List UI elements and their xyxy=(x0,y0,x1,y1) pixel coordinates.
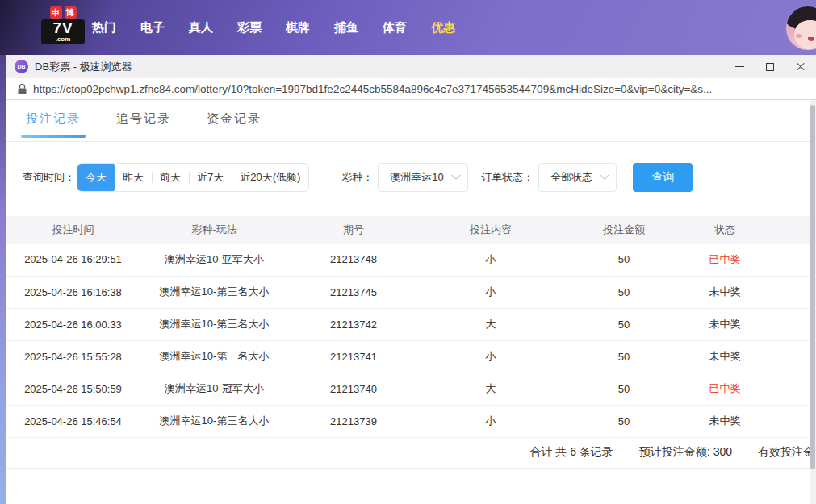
tab[interactable]: 追号记录 xyxy=(116,111,171,141)
summary-total-records: 合计 共 6 条记录 xyxy=(529,445,613,460)
time-range-option[interactable]: 前天 xyxy=(152,163,189,192)
time-range-group: 今天 昨天 前天 近7天 近20天(低频) xyxy=(77,163,309,192)
cell-bet-amount: 50 xyxy=(563,244,684,276)
cell-lottery-play: 澳洲幸运10-亚军大小 xyxy=(140,244,289,276)
cell-bet-time: 2025-04-26 15:50:59 xyxy=(6,373,140,405)
time-range-option[interactable]: 今天 xyxy=(77,163,115,192)
lottery-select[interactable]: 澳洲幸运10 xyxy=(378,163,468,192)
order-status-label: 订单状态： xyxy=(481,170,534,185)
close-button[interactable] xyxy=(785,55,816,78)
cell-issue-number: 21213742 xyxy=(289,308,418,340)
record-tabs: 投注记录 追号记录 资金记录 xyxy=(6,100,816,142)
cell-lottery-play: 澳洲幸运10-第三名大小 xyxy=(140,405,289,437)
window-title: DB彩票 - 极速浏览器 xyxy=(35,60,132,74)
scrollbar-thumb[interactable] xyxy=(810,105,815,469)
table-body: 2025-04-26 16:29:51 澳洲幸运10-亚军大小 21213748… xyxy=(6,244,810,437)
cell-bet-amount: 50 xyxy=(563,405,684,437)
cell-filler xyxy=(765,276,810,308)
table-column-header: 期号 xyxy=(289,216,418,244)
time-range-option[interactable]: 近20天(低频) xyxy=(232,163,308,192)
nav-item[interactable]: 电子 xyxy=(140,20,165,35)
tab[interactable]: 资金记录 xyxy=(207,111,262,141)
lottery-filter-label: 彩种： xyxy=(341,170,373,185)
minimize-button[interactable] xyxy=(724,55,755,78)
time-range-option[interactable]: 近7天 xyxy=(189,163,232,192)
logo-wordmark: 7V .com xyxy=(41,19,85,44)
nav-item[interactable]: 捕鱼 xyxy=(334,20,358,35)
chevron-down-icon xyxy=(452,171,461,180)
cell-status: 已中奖 xyxy=(684,373,765,405)
cell-filler xyxy=(765,373,810,405)
summary-bar: 合计 共 6 条记录 预计投注金额: 300 有效投注金 xyxy=(6,438,816,469)
cell-bet-content: 大 xyxy=(418,373,563,405)
url-text: https://ctop02pchwp1.zfnc84.com/lottery/… xyxy=(33,83,712,95)
cell-bet-amount: 50 xyxy=(563,340,684,373)
cell-issue-number: 21213739 xyxy=(289,405,418,437)
nav-item[interactable]: 体育 xyxy=(383,20,407,35)
time-range-option[interactable]: 昨天 xyxy=(115,163,152,192)
cell-lottery-play: 澳洲幸运10-第三名大小 xyxy=(140,276,289,308)
nav-item[interactable]: 棋牌 xyxy=(286,20,310,35)
cell-bet-time: 2025-04-26 16:16:38 xyxy=(6,276,140,308)
cell-issue-number: 21213741 xyxy=(289,340,418,373)
address-bar[interactable]: https://ctop02pchwp1.zfnc84.com/lottery/… xyxy=(6,78,816,100)
summary-valid-amount: 有效投注金 xyxy=(758,445,814,460)
table-row: 2025-04-26 15:50:59 澳洲幸运10-冠军大小 21213740… xyxy=(6,373,810,405)
maximize-button[interactable] xyxy=(755,55,785,78)
vertical-scrollbar xyxy=(810,100,816,504)
logo-badge-shen: 申 xyxy=(50,6,62,19)
nav-item[interactable]: 真人 xyxy=(189,20,213,35)
user-avatar[interactable] xyxy=(785,5,816,52)
lottery-select-value: 澳洲幸运10 xyxy=(390,170,443,185)
lock-icon xyxy=(18,84,27,94)
cell-bet-time: 2025-04-26 16:29:51 xyxy=(6,244,140,276)
cell-bet-time: 2025-04-26 15:46:54 xyxy=(6,405,140,437)
table-column-header: 投注金额 xyxy=(563,216,684,244)
cell-status: 未中奖 xyxy=(684,405,765,437)
table-row: 2025-04-26 15:55:28 澳洲幸运10-第三名大小 2121374… xyxy=(6,340,810,373)
logo-badge-bo: 博 xyxy=(65,6,77,19)
site-logo[interactable]: 申 博 7V .com xyxy=(39,6,87,44)
logo-brand-text: 7V xyxy=(41,20,85,36)
chevron-down-icon xyxy=(600,171,609,180)
cell-bet-time: 2025-04-26 15:55:28 xyxy=(6,340,140,373)
table-row: 2025-04-26 15:46:54 澳洲幸运10-第三名大小 2121373… xyxy=(6,405,810,437)
cell-status: 已中奖 xyxy=(684,244,765,276)
cell-status: 未中奖 xyxy=(684,276,765,308)
table-row: 2025-04-26 16:16:38 澳洲幸运10-第三名大小 2121374… xyxy=(6,276,810,308)
cell-issue-number: 21213748 xyxy=(289,244,418,276)
cell-filler xyxy=(765,405,810,437)
cell-bet-amount: 50 xyxy=(563,276,684,308)
site-nav: 热门 电子 真人 彩票 棋牌 捕鱼 体育 优惠 xyxy=(92,0,455,55)
cell-bet-content: 小 xyxy=(418,340,563,373)
cell-filler xyxy=(765,308,810,340)
cell-bet-time: 2025-04-26 16:00:33 xyxy=(6,308,140,340)
bet-records-table: 投注时间 彩种-玩法 期号 投注内容 投注金额 状态 xyxy=(6,216,810,438)
window-controls xyxy=(724,55,816,78)
table-column-header: 状态 xyxy=(684,216,765,244)
cell-bet-content: 小 xyxy=(418,405,563,437)
nav-item[interactable]: 优惠 xyxy=(431,20,455,35)
table-header-row: 投注时间 彩种-玩法 期号 投注内容 投注金额 状态 xyxy=(6,216,810,244)
cell-filler xyxy=(765,340,810,373)
cell-bet-amount: 50 xyxy=(563,373,684,405)
cell-bet-content: 大 xyxy=(418,308,563,340)
logo-suffix-text: .com xyxy=(41,36,85,43)
tab[interactable]: 投注记录 xyxy=(26,111,81,141)
site-header: 申 博 7V .com 热门 电子 真人 彩票 棋牌 捕鱼 体育 xyxy=(0,0,816,55)
search-button[interactable]: 查询 xyxy=(633,163,693,192)
cell-issue-number: 21213740 xyxy=(289,373,418,405)
nav-item[interactable]: 彩票 xyxy=(237,20,262,35)
cell-filler xyxy=(765,244,810,276)
avatar-hair-bun xyxy=(791,5,802,15)
nav-item[interactable]: 热门 xyxy=(92,20,116,35)
minimize-icon xyxy=(735,66,744,67)
cell-lottery-play: 澳洲幸运10-冠军大小 xyxy=(140,373,289,405)
cell-lottery-play: 澳洲幸运10-第三名大小 xyxy=(140,308,289,340)
summary-expected-amount: 预计投注金额: 300 xyxy=(639,445,732,460)
time-filter-label: 查询时间： xyxy=(23,170,75,185)
order-status-select[interactable]: 全部状态 xyxy=(538,163,617,192)
page-content: 投注记录 追号记录 资金记录 查询时间： 今天 昨天 前天 近7天 近20天(低… xyxy=(6,100,816,504)
table-row: 2025-04-26 16:29:51 澳洲幸运10-亚军大小 21213748… xyxy=(6,244,810,276)
cell-lottery-play: 澳洲幸运10-第三名大小 xyxy=(140,340,289,373)
